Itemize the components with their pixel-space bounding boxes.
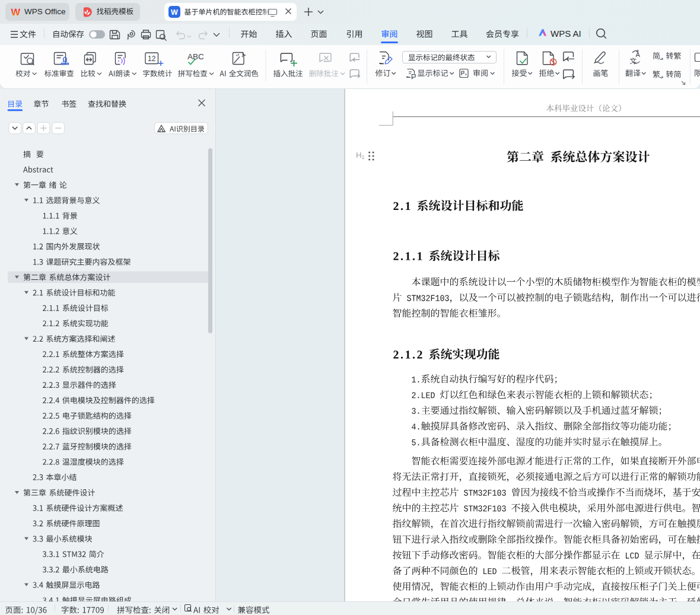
svg-text:ABC: ABC [187, 52, 204, 61]
svg-text:A: A [636, 51, 641, 58]
svg-text:12: 12 [148, 55, 156, 63]
svg-text:H1: H1 [356, 151, 364, 160]
svg-text:W: W [171, 8, 178, 17]
